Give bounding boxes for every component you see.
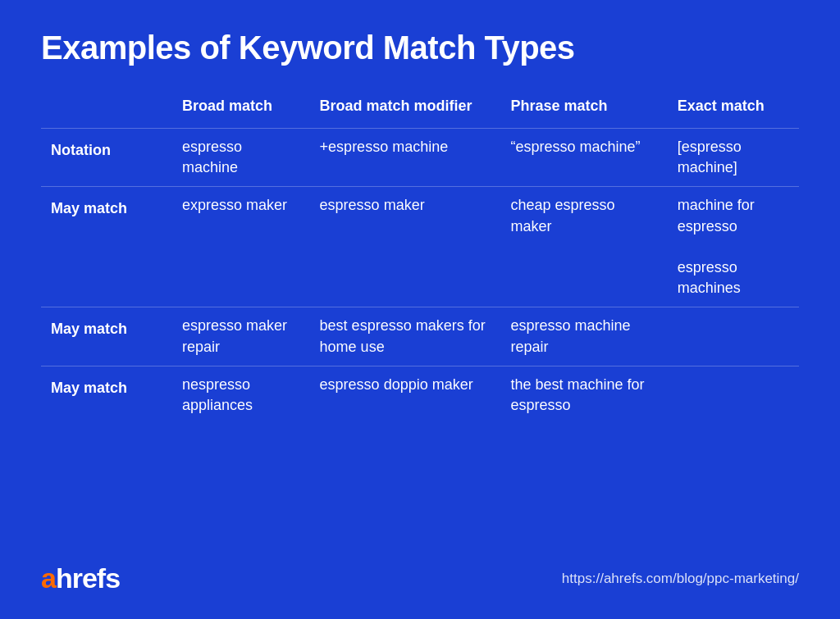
logo-hrefs: hrefs (56, 562, 120, 594)
table-row: May match expresso maker espresso maker … (41, 187, 799, 307)
col-header-broad-mod: Broad match modifier (310, 91, 501, 129)
col-header-phrase: Phrase match (500, 91, 667, 129)
table-row: May match espresso maker repair best esp… (41, 307, 799, 366)
match-types-table: Broad match Broad match modifier Phrase … (41, 91, 799, 424)
cell-broad-may2: espresso maker repair (172, 307, 310, 366)
row-label-may-match-2: May match (41, 307, 172, 366)
cell-broad-may1: expresso maker (172, 187, 310, 307)
card: Examples of Keyword Match Types Broad ma… (0, 0, 840, 619)
logo: ahrefs (41, 562, 120, 594)
table-row: May match nespresso appliances espresso … (41, 366, 799, 424)
cell-phrase-may1: cheap espresso maker (500, 187, 667, 307)
footer: ahrefs https://ahrefs.com/blog/ppc-marke… (41, 546, 799, 594)
cell-exact-may3 (668, 366, 799, 424)
col-header-exact: Exact match (668, 91, 799, 129)
row-label-notation: Notation (41, 129, 172, 187)
col-header-label (41, 91, 172, 129)
logo-a: a (41, 562, 56, 594)
col-header-broad: Broad match (172, 91, 310, 129)
row-label-may-match-3: May match (41, 366, 172, 424)
cell-broad-notation: espresso machine (172, 129, 310, 187)
cell-exact-notation: [espresso machine] (668, 129, 799, 187)
row-label-may-match-1: May match (41, 187, 172, 307)
cell-phrase-may3: the best machine for espresso (500, 366, 667, 424)
cell-broad-may3: nespresso appliances (172, 366, 310, 424)
footer-url: https://ahrefs.com/blog/ppc-marketing/ (562, 571, 799, 587)
cell-broad-mod-may3: espresso doppio maker (310, 366, 501, 424)
cell-exact-may2 (668, 307, 799, 366)
cell-broad-mod-notation: +espresso machine (310, 129, 501, 187)
cell-broad-mod-may2: best espresso makers for home use (310, 307, 501, 366)
cell-phrase-may2: espresso machine repair (500, 307, 667, 366)
cell-phrase-notation: “espresso machine” (500, 129, 667, 187)
page-title: Examples of Keyword Match Types (41, 30, 799, 66)
table-row: Notation espresso machine +espresso mach… (41, 129, 799, 187)
cell-exact-may1: machine for espresso espresso machines (668, 187, 799, 307)
cell-broad-mod-may1: espresso maker (310, 187, 501, 307)
